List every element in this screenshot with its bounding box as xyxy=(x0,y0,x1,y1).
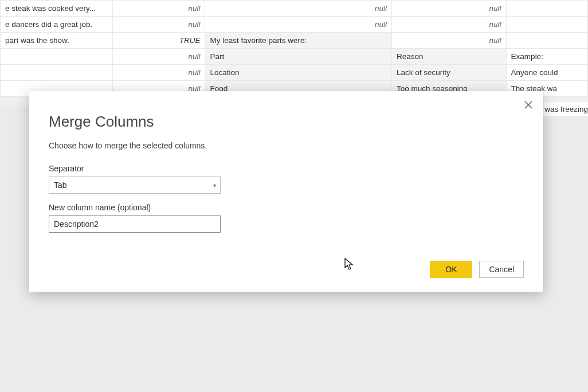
close-button[interactable] xyxy=(522,98,535,112)
table-cell[interactable]: null xyxy=(205,17,392,33)
table-cell[interactable]: e steak was cooked very... xyxy=(1,1,113,17)
table-cell[interactable]: Location xyxy=(205,65,392,81)
table-cell[interactable]: null xyxy=(391,33,506,49)
table-cell[interactable]: null xyxy=(113,17,205,33)
table-row[interactable]: e steak was cooked very...nullnullnull xyxy=(1,1,588,17)
table-cell[interactable]: TRUE xyxy=(113,33,205,49)
data-grid[interactable]: e steak was cooked very...nullnullnulle … xyxy=(0,0,588,97)
table-cell[interactable]: null xyxy=(391,1,506,17)
dialog-title: Merge Columns xyxy=(49,113,524,131)
table-cell[interactable]: Reason xyxy=(391,49,506,65)
column-name-label: New column name (optional) xyxy=(49,203,524,212)
table-cell[interactable]: part was the show. xyxy=(1,33,113,49)
table-row[interactable]: nullPartReasonExample: xyxy=(1,49,588,65)
table-row[interactable]: nullLocationLack of securityAnyone could xyxy=(1,65,588,81)
table-cell[interactable]: null xyxy=(113,65,205,81)
table-cell[interactable]: Part xyxy=(205,49,392,65)
merge-columns-dialog: Merge Columns Choose how to merge the se… xyxy=(29,91,543,292)
table-cell[interactable] xyxy=(506,1,587,17)
column-name-input[interactable] xyxy=(49,215,221,233)
table-cell[interactable] xyxy=(506,33,587,49)
table-cell[interactable]: null xyxy=(205,1,392,17)
table-row[interactable]: part was the show.TRUEMy least favorite … xyxy=(1,33,588,49)
dialog-subtitle: Choose how to merge the selected columns… xyxy=(49,141,524,150)
cancel-button[interactable]: Cancel xyxy=(479,261,524,278)
ok-button[interactable]: OK xyxy=(430,261,472,278)
separator-select-wrap: Tab ▾ xyxy=(49,177,221,194)
close-icon xyxy=(524,101,532,109)
table-row[interactable]: e dancers did a great job.nullnullnull xyxy=(1,17,588,33)
dialog-buttons: OK Cancel xyxy=(430,261,524,278)
table-cell[interactable] xyxy=(1,49,113,65)
table-cell[interactable]: null xyxy=(113,49,205,65)
table-cell[interactable]: null xyxy=(391,17,506,33)
table-cell[interactable] xyxy=(1,65,113,81)
separator-label: Separator xyxy=(49,164,524,173)
table-cell[interactable]: Anyone could xyxy=(506,65,587,81)
table-cell[interactable]: e dancers did a great job. xyxy=(1,17,113,33)
table-cell[interactable]: My least favorite parts were: xyxy=(205,33,392,49)
separator-select[interactable]: Tab xyxy=(49,177,221,194)
table-cell[interactable] xyxy=(506,17,587,33)
table-cell[interactable]: Lack of security xyxy=(391,65,506,81)
table-cell[interactable]: Example: xyxy=(506,49,587,65)
table-cell[interactable]: null xyxy=(113,1,205,17)
trailing-cell: was freezing xyxy=(542,102,588,116)
